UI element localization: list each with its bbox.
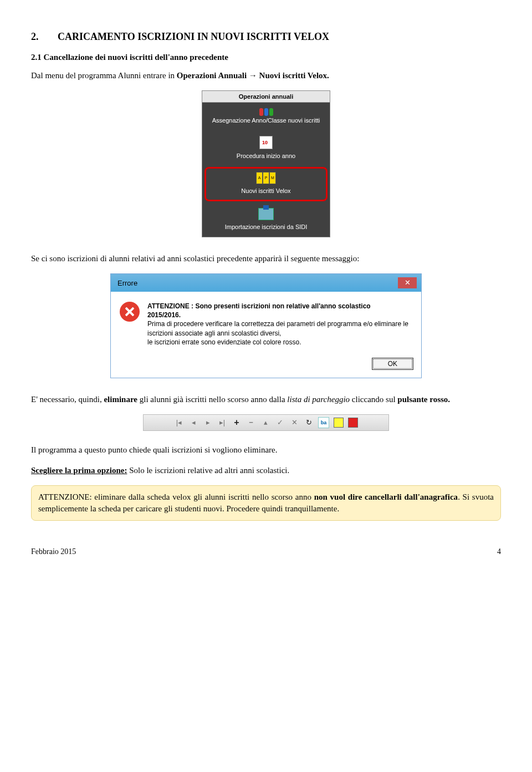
menu-item-importazione[interactable]: Importazione iscrizioni da SIDI [202, 202, 330, 237]
people-icon [206, 108, 326, 117]
menu-item-nuovi-iscritti-highlighted[interactable]: APM Nuovi iscritti Velox [204, 167, 328, 201]
menu-item-procedura[interactable]: Procedura inizio anno [202, 130, 330, 166]
error-titlebar: Errore ✕ [111, 274, 421, 292]
menu-item-assegnazione[interactable]: Assegnazione Anno/Classe nuovi iscritti [202, 103, 330, 130]
error-icon [120, 302, 140, 322]
paragraph-2: Se ci sono iscrizioni di alunni relativi… [31, 253, 501, 265]
paragraph-5: Scegliere la prima opzione: Solo le iscr… [31, 465, 501, 476]
warning-box: ATTENZIONE: eliminare dalla scheda velox… [31, 485, 501, 521]
footer-date: Febbraio 2015 [31, 547, 76, 556]
error-title: Errore [117, 279, 137, 287]
menu-title: Operazioni annuali [202, 91, 330, 103]
menu-screenshot: Operazioni annuali Assegnazione Anno/Cla… [202, 90, 330, 237]
section-title: CARICAMENTO ISCRIZIONI IN NUOVI ISCRITTI… [58, 31, 329, 42]
page-number: 4 [497, 547, 501, 556]
prev-icon[interactable]: ◂ [188, 418, 198, 428]
yellow-button[interactable] [334, 418, 344, 428]
last-icon[interactable]: ▸| [217, 418, 227, 428]
cancel-icon[interactable]: ✕ [289, 418, 299, 428]
paragraph-1: Dal menu del programma Alunni entrare in… [31, 70, 501, 82]
refresh-icon[interactable]: ↻ [304, 418, 314, 428]
error-dialog: Errore ✕ ATTENZIONE : Sono presenti iscr… [110, 273, 422, 378]
plus-icon[interactable]: + [232, 418, 242, 428]
calendar-icon [259, 136, 273, 149]
ba-button[interactable]: ba [318, 417, 329, 428]
import-icon [258, 208, 274, 220]
up-icon[interactable]: ▴ [260, 418, 270, 428]
error-text: ATTENZIONE : Sono presenti iscrizioni no… [147, 302, 412, 347]
page-footer: Febbraio 2015 4 [31, 543, 501, 556]
check-icon[interactable]: ✓ [275, 418, 285, 428]
ok-button[interactable]: OK [372, 358, 413, 370]
subsection-heading: 2.1 Cancellazione dei nuovi iscritti del… [31, 53, 501, 62]
error-body: ATTENZIONE : Sono presenti iscrizioni no… [111, 292, 421, 352]
section-number: 2. [31, 31, 58, 43]
paragraph-3: E' necessario, quindi, eliminare gli alu… [31, 394, 501, 405]
paragraph-4: Il programma a questo punto chiede quali… [31, 444, 501, 456]
minus-icon[interactable]: − [246, 418, 256, 428]
section-heading: 2.CARICAMENTO ISCRIZIONI IN NUOVI ISCRIT… [31, 31, 501, 43]
toolbar: |◂ ◂ ▸ ▸| + − ▴ ✓ ✕ ↻ ba [143, 414, 389, 431]
red-button[interactable] [348, 418, 358, 428]
first-icon[interactable]: |◂ [174, 418, 184, 428]
close-icon[interactable]: ✕ [398, 277, 417, 288]
error-buttons: OK [111, 352, 421, 378]
next-icon[interactable]: ▸ [203, 418, 213, 428]
apm-icon: APM [208, 172, 324, 184]
